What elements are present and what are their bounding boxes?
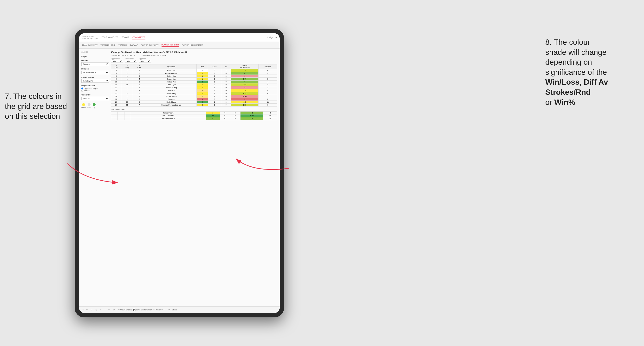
table-row: 10 6 3 Andrea York 2 0 0 4 4 [111,81,277,83]
gender-select[interactable]: Women's [81,62,109,66]
legend-level: Level [87,103,91,108]
nav-committee[interactable]: COMMITTEE [132,36,146,39]
toolbar-export1[interactable]: ↕ [164,308,166,311]
toolbar-redo[interactable]: ↪ [86,308,89,311]
toolbar-timer[interactable]: ⏱ [112,308,116,311]
opponents-filter-select[interactable]: (All) [111,60,123,63]
ood-table-row: NCAA Division 2 5 0 0 7.4 10 [111,117,277,120]
ood-cell-loss: 0 [220,112,230,114]
col-rounds: Rounds [258,64,277,69]
gender-label: Gender [81,59,109,62]
ood-cell-rounds: 10 [264,117,277,120]
cell-loss: 0 [208,81,221,83]
conference-filter-select[interactable]: (All) [125,60,137,63]
filter-opponents: Opponents: (All) [111,58,123,63]
main-table: #Div #Reg #Conf Opponent Win Loss Tie Di… [111,64,277,107]
player-rank-section: Player (Rank) 8. Katelyn Vo [81,76,109,83]
radio-opponents-played: Opponents Played [81,88,109,89]
toolbar-dot[interactable]: • [104,308,106,311]
nav-signout[interactable]: Sign out [269,36,277,39]
cell-tie: 0 [221,98,231,101]
subnav-player-h2h-heatmap[interactable]: PLAYER H2H HEATMAP [182,43,204,47]
subnav-team-h2h-heatmap[interactable]: TEAM H2H HEATMAP [118,43,138,47]
toolbar-undo[interactable]: ↩ [81,308,84,311]
cell-conf: 7 [133,104,146,107]
ood-cell-reg [118,114,124,117]
grid-records: Overall Record: 353 - 34 - 6 Division Re… [111,54,277,56]
cell-conf: 5 [133,92,146,95]
tablet-screen: SCOREBOARD Powered by clippd TOURNAMENTS… [79,33,280,313]
cell-reg: 8 [121,92,133,95]
cell-tie: 0 [221,86,231,89]
cell-diff: 4 [231,81,258,83]
table-row: 3 1 1 Esther Lee 1 0 1 1.5 4 [111,69,277,72]
cell-win: 1 [197,95,208,98]
toolbar-refresh[interactable]: ⤸ [90,308,94,311]
subnav-team-h2h-grid[interactable]: TEAM H2H GRID [100,43,116,47]
col-reg: #Reg [121,64,133,69]
cell-opponent: Esther Lee [146,69,197,72]
division-select[interactable]: NCAA Division III [81,71,109,74]
ood-cell-div [111,112,118,114]
cell-tie: 0 [221,92,231,95]
subnav-player-summary[interactable]: PLAYER SUMMARY [141,43,159,47]
filter-row: Opponents: (All) Conference (All) Oppone… [111,58,277,63]
toolbar-rotate[interactable]: ↶ [107,308,111,311]
cell-opponent: Euna Lee [146,98,197,101]
subnav-team-summary[interactable]: TEAM SUMMARY [82,43,98,47]
cell-div: 20 [111,104,121,107]
toolbar-save-custom[interactable]: 💾 Save Custom View [133,309,152,311]
table-row: 14 7 4 Eunice Yi 2 2 0 0.38 9 [111,89,277,92]
cell-tie: 0 [221,104,231,107]
subnav-player-h2h-grid[interactable]: PLAYER H2H GRID [162,43,179,47]
left-panel: 16:55:38 Player Gender Women's Division … [81,51,109,304]
toolbar-grid[interactable]: ⊡ [94,308,98,311]
toolbar-view[interactable]: 👁 View: Original [118,309,132,311]
toolbar-watch[interactable]: 👁 Watch ▾ [153,309,162,311]
player-label: Player [81,55,109,57]
cell-rounds: 3 [258,83,277,86]
main-content: 16:55:38 Player Gender Women's Division … [79,49,280,306]
cell-opponent: Eunice Yi [146,89,197,92]
cell-tie: 0 [221,81,231,83]
cell-loss: 0 [208,75,221,78]
cell-loss: 0 [208,78,221,81]
cell-tie: 0 [221,83,231,86]
col-conf: #Conf [133,64,146,69]
cell-win: 1 [197,78,208,81]
cell-tie: 0 [221,72,231,75]
player-rank-select[interactable]: 8. Katelyn Vo [81,79,109,83]
cell-diff: -1 [231,75,258,78]
cell-div: 3 [111,69,121,72]
legend-dot-level [88,103,90,106]
cell-conf: 1 [133,69,146,72]
toolbar-share[interactable]: Share [172,309,177,311]
opponent-filter-select[interactable]: (All) [139,60,151,63]
cell-reg: 3 [121,75,133,78]
ood-cell-div [111,114,118,117]
colour-by-section: Colour by Win/loss [81,94,109,100]
toolbar-back[interactable]: ↰ [99,308,103,311]
cell-reg: 11 [121,104,133,107]
table-row: 5 2 2 Alexis Sudjianto 1 0 0 4 3 [111,72,277,75]
cell-rounds: 4 [258,81,277,83]
cell-conf: 4 [133,78,146,81]
logo: SCOREBOARD Powered by clippd [82,36,98,39]
cell-win: 0 [197,98,208,101]
nav-tournaments[interactable]: TOURNAMENTS [102,36,118,39]
col-diff: Diff AvStrokes/Rnd [231,64,258,69]
cell-win: 1 [197,69,208,72]
ood-cell-win: 1 [206,112,220,114]
nav-teams[interactable]: TEAMS [122,36,129,39]
annotation-right: 8. The colourshade will changedepending … [545,37,637,107]
colour-by-select[interactable]: Win/loss [81,97,109,100]
cell-reg: 2 [121,98,133,101]
cell-reg: 1 [121,69,133,72]
legend-dot-up [93,103,96,106]
toolbar-export2[interactable]: ⇔ [167,308,171,311]
cell-rounds: 6 [258,104,277,107]
colour-by-label: Colour by [81,94,109,96]
nav-right: ℹ Sign out [267,36,277,39]
cell-diff: 3.67 [231,78,258,81]
cell-conf: 2 [133,72,146,75]
